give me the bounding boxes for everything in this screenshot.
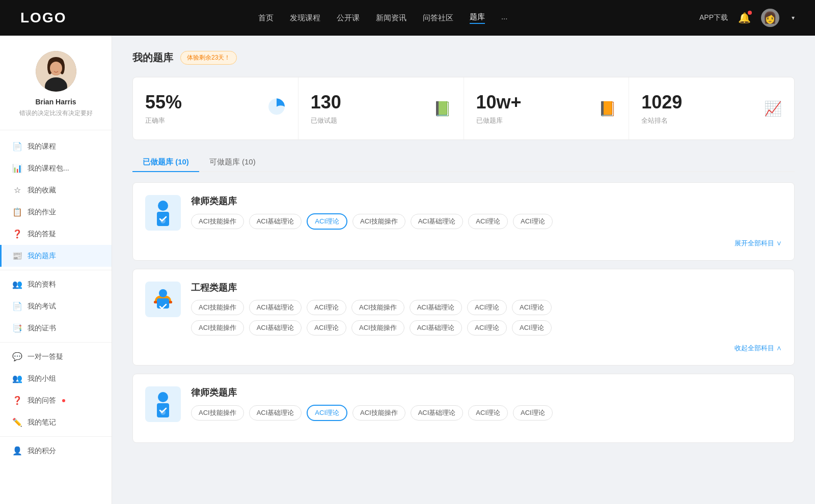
menu-divider-1 [0, 270, 112, 270]
tag-3-2[interactable]: ACI理论 [307, 405, 347, 421]
engineer-icon [145, 282, 181, 317]
tag-2b-1[interactable]: ACI基础理论 [249, 320, 302, 335]
tag-1-1[interactable]: ACI基础理论 [249, 214, 302, 229]
tag-3-4[interactable]: ACI基础理论 [411, 405, 464, 421]
profile-section: Brian Harris 错误的决定比没有决定要好 [0, 51, 112, 130]
bank-card-header-3: 律师类题库 ACI技能操作 ACI基础理论 ACI理论 ACI技能操作 ACI基… [145, 386, 782, 422]
sidebar-item-group[interactable]: 👥 我的小组 [0, 368, 112, 389]
sidebar-item-my-course[interactable]: 📄 我的课程 [0, 135, 112, 157]
nav-qa[interactable]: 问答社区 [423, 13, 453, 23]
stat-rank-value: 1029 [641, 92, 682, 113]
sidebar-item-label: 我的考试 [28, 302, 56, 311]
qa-notification-dot [62, 399, 65, 402]
tag-2-6[interactable]: ACI理论 [512, 300, 552, 315]
sidebar-item-favorites[interactable]: ☆ 我的收藏 [0, 179, 112, 201]
tabs-row: 已做题库 (10) 可做题库 (10) [132, 152, 795, 172]
tag-2b-5[interactable]: ACI理论 [467, 320, 507, 335]
tag-2-5[interactable]: ACI理论 [467, 300, 507, 315]
bank-card-lawyer-1: 律师类题库 ACI技能操作 ACI基础理论 ACI理论 ACI技能操作 ACI基… [132, 182, 795, 261]
tag-2b-2[interactable]: ACI理论 [307, 320, 346, 335]
sidebar-menu: 📄 我的课程 📊 我的课程包... ☆ 我的收藏 📋 我的作业 ❓ 我的答疑 📰 [0, 130, 112, 467]
tag-2b-0[interactable]: ACI技能操作 [191, 320, 244, 335]
sidebar-item-label: 我的作业 [28, 208, 56, 217]
tag-1-0[interactable]: ACI技能操作 [191, 214, 244, 229]
tag-2-2[interactable]: ACI理论 [307, 300, 346, 315]
tag-1-3[interactable]: ACI技能操作 [352, 214, 405, 229]
nav-links: 首页 发现课程 公开课 新闻资讯 问答社区 题库 ··· [258, 12, 508, 24]
expand-row-1: 展开全部科目 ∨ [145, 239, 782, 248]
sidebar-item-notes[interactable]: ✏️ 我的笔记 [0, 411, 112, 433]
tag-3-5[interactable]: ACI理论 [468, 405, 508, 421]
expand-button-1[interactable]: 展开全部科目 ∨ [735, 239, 782, 248]
tag-2-4[interactable]: ACI基础理论 [410, 300, 463, 315]
sidebar-item-bank[interactable]: 📰 我的题库 [0, 245, 112, 267]
trial-badge: 体验剩余23天！ [180, 51, 237, 65]
doc-orange-icon: 📙 [599, 100, 616, 117]
sidebar-item-course-package[interactable]: 📊 我的课程包... [0, 157, 112, 179]
tag-3-6[interactable]: ACI理论 [513, 405, 553, 421]
tag-2-1[interactable]: ACI基础理论 [249, 300, 302, 315]
sidebar-item-points[interactable]: 👤 我的积分 [0, 440, 112, 462]
page-header: 我的题库 体验剩余23天！ [132, 51, 795, 65]
chevron-down-icon[interactable]: ▾ [792, 14, 795, 21]
user-avatar[interactable]: 👩 [761, 9, 779, 27]
pie-chart-icon [267, 98, 286, 120]
exam-icon: 📄 [12, 301, 22, 311]
tag-1-5[interactable]: ACI理论 [468, 214, 508, 229]
tag-2b-3[interactable]: ACI技能操作 [351, 320, 404, 335]
sidebar-item-label: 我的问答 [28, 396, 56, 405]
menu-divider-2 [0, 342, 112, 343]
tags-row-1: ACI技能操作 ACI基础理论 ACI理论 ACI技能操作 ACI基础理论 AC… [191, 213, 782, 230]
tag-3-3[interactable]: ACI技能操作 [352, 405, 405, 421]
tag-2-0[interactable]: ACI技能操作 [191, 300, 244, 315]
nav-home[interactable]: 首页 [258, 13, 274, 23]
sidebar-item-label: 我的收藏 [28, 186, 56, 195]
stat-done-value: 130 [311, 92, 341, 113]
tag-1-4[interactable]: ACI基础理论 [411, 214, 464, 229]
sidebar-item-profile[interactable]: 👥 我的资料 [0, 273, 112, 295]
stat-banks-label: 已做题库 [476, 116, 503, 125]
tag-2b-6[interactable]: ACI理论 [512, 320, 552, 335]
navbar: LOGO 首页 发现课程 公开课 新闻资讯 问答社区 题库 ··· APP下载 … [0, 0, 815, 36]
sidebar-item-label: 一对一答疑 [28, 352, 63, 361]
collapse-button-2[interactable]: 收起全部科目 ∧ [735, 344, 782, 353]
doc-green-icon: 📗 [433, 100, 451, 117]
bell-icon[interactable]: 🔔 [738, 12, 751, 24]
sidebar-item-label: 我的小组 [28, 374, 56, 383]
tag-1-2[interactable]: ACI理论 [307, 213, 347, 230]
bank-card-header-2: 工程类题库 ACI技能操作 ACI基础理论 ACI理论 ACI技能操作 ACI基… [145, 282, 782, 335]
tag-3-1[interactable]: ACI基础理论 [249, 405, 302, 421]
logo: LOGO [20, 10, 66, 26]
tag-3-0[interactable]: ACI技能操作 [191, 405, 244, 421]
tag-2b-4[interactable]: ACI基础理论 [410, 320, 463, 335]
tag-1-6[interactable]: ACI理论 [513, 214, 553, 229]
nav-news[interactable]: 新闻资讯 [376, 13, 406, 23]
bank-card-header-1: 律师类题库 ACI技能操作 ACI基础理论 ACI理论 ACI技能操作 ACI基… [145, 195, 782, 231]
svg-point-7 [50, 62, 62, 75]
homework-icon: 📋 [12, 207, 22, 217]
app-download-button[interactable]: APP下载 [699, 13, 728, 22]
sidebar-item-my-qa[interactable]: ❓ 我的问答 [0, 389, 112, 411]
bank-card-lawyer-2: 律师类题库 ACI技能操作 ACI基础理论 ACI理论 ACI技能操作 ACI基… [132, 374, 795, 443]
bank-title-2: 工程类题库 [191, 282, 782, 294]
tab-done-banks[interactable]: 已做题库 (10) [132, 152, 199, 172]
nav-discover[interactable]: 发现课程 [290, 13, 320, 23]
nav-more[interactable]: ··· [501, 14, 508, 22]
sidebar-item-exam[interactable]: 📄 我的考试 [0, 295, 112, 317]
sidebar-item-1on1[interactable]: 💬 一对一答疑 [0, 346, 112, 368]
sidebar-item-certificate[interactable]: 📑 我的证书 [0, 317, 112, 339]
sidebar-item-label: 我的题库 [28, 251, 56, 261]
group-icon: 👥 [12, 374, 22, 383]
tab-available-banks[interactable]: 可做题库 (10) [199, 152, 266, 172]
notes-icon: ✏️ [12, 417, 22, 427]
sidebar-item-qa[interactable]: ❓ 我的答疑 [0, 223, 112, 245]
stat-accuracy-label: 正确率 [145, 116, 165, 125]
nav-opencourse[interactable]: 公开课 [337, 13, 360, 23]
sidebar-item-homework[interactable]: 📋 我的作业 [0, 201, 112, 223]
tag-2-3[interactable]: ACI技能操作 [351, 300, 404, 315]
svg-point-14 [159, 289, 167, 297]
bank-card-content-2: 工程类题库 ACI技能操作 ACI基础理论 ACI理论 ACI技能操作 ACI基… [191, 282, 782, 335]
nav-bank[interactable]: 题库 [470, 12, 485, 24]
avatar-image [36, 51, 76, 92]
1on1-icon: 💬 [12, 352, 22, 361]
